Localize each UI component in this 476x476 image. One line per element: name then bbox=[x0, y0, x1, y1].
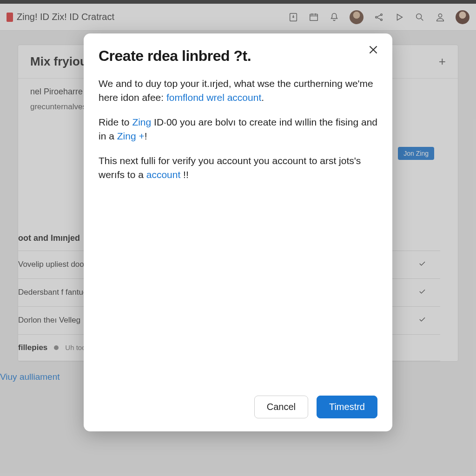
modal-paragraph: We and to duy top your it.ırjed, what ws… bbox=[99, 77, 377, 105]
modal-title: Create rdea linbred ?t. bbox=[99, 47, 377, 65]
modal-overlay: Create rdea linbred ?t. We and to duy to… bbox=[0, 0, 476, 476]
modal-paragraph: Ride to Zing ID·00 you are bolvı to crea… bbox=[99, 115, 377, 144]
modal-link[interactable]: Zing + bbox=[117, 131, 145, 141]
modal-body: We and to duy top your it.ırjed, what ws… bbox=[99, 77, 377, 192]
close-icon[interactable] bbox=[367, 44, 380, 57]
confirm-button[interactable]: Timestrd bbox=[317, 396, 377, 418]
modal-link[interactable]: fomflond wrel account bbox=[166, 92, 261, 103]
modal-link[interactable]: account bbox=[146, 169, 181, 180]
modal-footer: Cancel Timestrd bbox=[99, 396, 377, 418]
cancel-button[interactable]: Cancel bbox=[254, 396, 308, 418]
modal-paragraph: This next fulli for verify you account y… bbox=[99, 154, 377, 182]
modal-link[interactable]: Zing bbox=[132, 117, 151, 127]
modal-dialog: Create rdea linbred ?t. We and to duy to… bbox=[84, 33, 392, 431]
